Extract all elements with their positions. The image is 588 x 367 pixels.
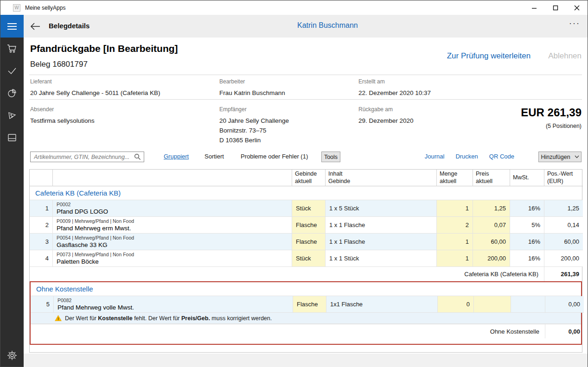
field-bearbeiter: Bearbeiter Frau Katrin Buschmann — [219, 78, 285, 98]
cart-icon — [7, 44, 17, 53]
drucken-link[interactable]: Drucken — [455, 153, 478, 160]
search-icon — [134, 153, 141, 160]
cell-pos-wert: 1,25 — [544, 200, 583, 217]
cell-menge[interactable]: 1 — [437, 234, 473, 250]
cell-preis[interactable]: 1,25 — [473, 200, 510, 217]
chevron-down-icon — [575, 155, 579, 158]
article-code: P0073 | Mehrweg/Pfand | Non Food — [57, 252, 134, 258]
cell-inhalt-gebinde: 1 x 1 Flasche — [326, 217, 437, 234]
maximize-button[interactable] — [545, 0, 566, 15]
table-row[interactable]: 3P0054 | Mehrweg/Pfand | Non FoodGasflas… — [30, 234, 582, 250]
cell-article: P0009 | Mehrweg/Pfand | Non FoodPfand Me… — [53, 217, 292, 234]
group-subtotal-row: Ohne Kostenstelle0,00 — [31, 324, 581, 338]
cell-preis[interactable]: 60,00 — [473, 234, 510, 250]
check-icon — [7, 67, 17, 75]
table-row[interactable]: 5P0082Pfand Mehrweg volle Mwst.Flasche1x… — [31, 296, 581, 313]
window-title: Meine sellyApps — [25, 5, 65, 11]
column-header-3: Inhalt Gebinde — [326, 170, 437, 186]
article-name: Paletten Böcke — [57, 258, 99, 266]
cell-gebinde[interactable]: Flasche — [292, 217, 326, 234]
sidebar-item-journal[interactable] — [0, 127, 24, 149]
sidebar-item-orders[interactable] — [0, 38, 24, 60]
cell-preis[interactable]: 200,00 — [473, 250, 510, 267]
column-header-5: Preis aktuell — [473, 170, 510, 186]
cell-gebinde[interactable]: Stück — [292, 200, 326, 217]
positions-table: Gebinde aktuellInhalt GebindeMenge aktue… — [29, 169, 582, 353]
cell-menge[interactable]: 1 — [437, 200, 473, 217]
cell-inhalt-gebinde: 1x1 Flasche — [326, 296, 438, 313]
gear-icon — [7, 350, 17, 361]
hinzufuegen-button[interactable]: Hinzufügen — [538, 152, 582, 162]
sidebar-item-approvals[interactable] — [0, 60, 24, 82]
back-button[interactable] — [29, 20, 41, 32]
article-code: P0002 — [57, 202, 70, 208]
journal-link[interactable]: Journal — [425, 153, 445, 160]
cell-pos-wert: 0,00 — [545, 296, 584, 313]
cell-pos-wert: 60,00 — [544, 234, 583, 250]
minimize-button[interactable] — [524, 0, 545, 15]
cell-menge[interactable]: 1 — [437, 250, 473, 267]
gruppiert-toggle[interactable]: Gruppiert — [164, 153, 189, 160]
footer-strip — [24, 354, 588, 367]
current-user-link[interactable]: Katrin Buschmann — [297, 21, 358, 30]
search-box[interactable] — [30, 152, 144, 162]
cell-inhalt-gebinde: 1 x 1 Stück — [326, 250, 437, 267]
article-code: P0009 | Mehrweg/Pfand | Non Food — [57, 218, 134, 224]
table-row[interactable]: 2P0009 | Mehrweg/Pfand | Non FoodPfand M… — [30, 217, 582, 234]
cell-article: P0054 | Mehrweg/Pfand | Non FoodGasflasc… — [53, 234, 292, 250]
tools-button[interactable]: Tools — [321, 152, 340, 162]
group-subtotal-row: Cafeteria KB (Cafeteria KB)261,39 — [30, 267, 582, 281]
cell-article: P0073 | Mehrweg/Pfand | Non FoodPaletten… — [53, 250, 292, 267]
column-header-4: Menge aktuell — [437, 170, 473, 186]
cell-position-number: 4 — [30, 250, 53, 267]
cell-gebinde[interactable]: Flasche — [293, 296, 326, 313]
more-options-button[interactable]: ··· — [569, 19, 580, 28]
sidebar-item-reports[interactable] — [0, 82, 24, 104]
subtotal-label: Cafeteria KB (Cafeteria KB) — [30, 267, 544, 281]
close-button[interactable] — [566, 0, 588, 15]
cell-menge[interactable]: 2 — [437, 217, 473, 234]
cell-position-number: 2 — [30, 217, 53, 234]
table-row[interactable]: 4P0073 | Mehrweg/Pfand | Non FoodPalette… — [30, 250, 582, 267]
cell-position-number: 5 — [31, 296, 54, 313]
column-header-0 — [30, 170, 53, 186]
group-header: Cafeteria KB (Cafeteria KB) — [30, 186, 582, 200]
forward-for-review-button[interactable]: Zur Prüfung weiterleiten — [447, 51, 530, 61]
validation-warning: !Der Wert für Kostenstelle fehlt. Der We… — [31, 313, 581, 324]
sidebar-item-settings[interactable] — [0, 344, 24, 367]
column-header-6: MwSt. — [510, 170, 544, 186]
warning-text: Der Wert für Kostenstelle fehlt. Der Wer… — [65, 315, 272, 322]
probleme-filter[interactable]: Probleme oder Fehler (1) — [241, 153, 308, 160]
book-icon — [7, 133, 17, 142]
cell-preis[interactable]: 0,07 — [473, 217, 510, 234]
group-highlighted: Ohne Kostenstelle5P0082Pfand Mehrweg vol… — [30, 281, 582, 345]
back-arrow-icon — [30, 22, 41, 31]
close-icon — [574, 5, 580, 11]
app-window: W Meine sellyApps Belegdetails Katrin Bu… — [0, 0, 588, 367]
reject-button[interactable]: Ablehnen — [548, 51, 582, 61]
cell-mwst: 5% — [510, 217, 544, 234]
minimize-icon — [531, 5, 537, 11]
cell-gebinde[interactable]: Flasche — [292, 234, 326, 250]
article-code: P0054 | Mehrweg/Pfand | Non Food — [57, 235, 134, 241]
cell-inhalt-gebinde: 1 x 5 Stück — [326, 200, 437, 217]
sortiert-toggle[interactable]: Sortiert — [205, 153, 224, 160]
cell-gebinde[interactable]: Stück — [292, 250, 326, 267]
cell-mwst: 16% — [510, 234, 544, 250]
hamburger-menu-button[interactable] — [0, 15, 24, 38]
cell-position-number: 1 — [30, 200, 53, 217]
field-rueckgabe-am: Rückgabe am 29. Dezember 2020 — [358, 106, 414, 126]
cell-article: P0082Pfand Mehrweg volle Mwst. — [54, 296, 293, 313]
warning-icon: ! — [55, 315, 62, 321]
cell-mwst: 16% — [510, 250, 544, 267]
cell-preis[interactable] — [474, 296, 511, 313]
page-title: Belegdetails — [49, 22, 89, 30]
qr-code-link[interactable]: QR Code — [489, 153, 514, 160]
app-icon: W — [13, 4, 20, 12]
svg-text:!: ! — [58, 316, 59, 321]
cell-menge[interactable]: 0 — [438, 296, 474, 313]
search-input[interactable] — [31, 154, 134, 160]
cell-pos-wert: 0,14 — [544, 217, 583, 234]
table-row[interactable]: 1P0002Pfand DPG LOGOStück1 x 5 Stück11,2… — [30, 200, 582, 217]
sidebar-item-catering[interactable] — [0, 104, 24, 127]
